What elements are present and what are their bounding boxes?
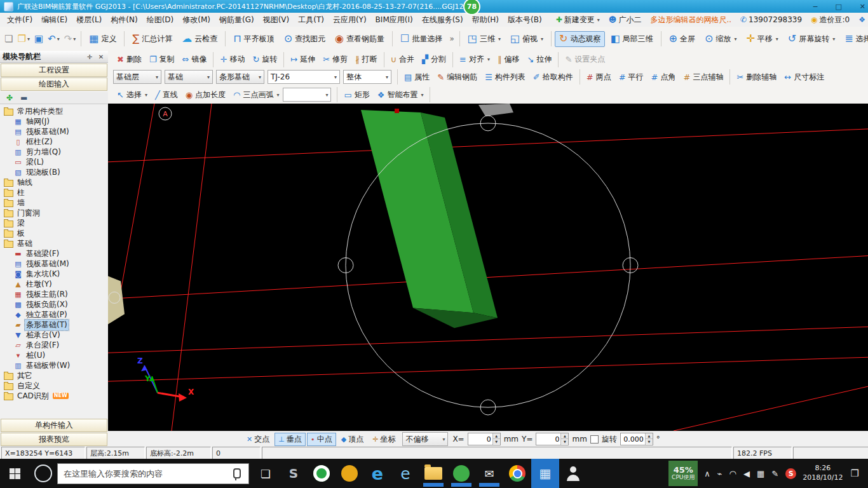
- split-button[interactable]: ▞分割: [418, 53, 450, 66]
- delete-auxaxis-button[interactable]: ✂删除辅轴: [733, 71, 780, 84]
- trim-button[interactable]: ✂修剪: [319, 53, 351, 66]
- y-offset-input[interactable]: [536, 435, 560, 444]
- add-component-icon[interactable]: ✤: [6, 93, 13, 102]
- tree-item[interactable]: ▧现浇板(B): [0, 167, 108, 177]
- cloud-check-button[interactable]: ☁云检查: [177, 31, 222, 47]
- dimension-button[interactable]: ↔尺寸标注: [780, 71, 828, 84]
- floor-select[interactable]: 基础层▾: [113, 70, 161, 84]
- taskbar-clock[interactable]: 8:26 2018/10/12: [803, 464, 843, 483]
- break-button[interactable]: ∦打断: [351, 53, 381, 66]
- menu-item[interactable]: 修改(M): [178, 13, 215, 27]
- file-explorer[interactable]: [419, 459, 447, 488]
- y-offset-stepper[interactable]: [536, 433, 569, 445]
- arc-options-combo[interactable]: ▾: [283, 88, 331, 102]
- wifi-icon[interactable]: ◠: [729, 469, 736, 478]
- select-tool-button[interactable]: ↖选择▾: [113, 88, 151, 102]
- task-view-button[interactable]: ❏: [252, 459, 280, 488]
- start-button[interactable]: [0, 459, 29, 488]
- component-list-button[interactable]: ☰构件列表: [481, 71, 529, 84]
- overflow-chevron-icon[interactable]: »: [449, 34, 454, 43]
- x-offset-stepper[interactable]: [468, 433, 501, 445]
- guangxiaoer-menu[interactable]: ☻广小二: [609, 15, 642, 25]
- tree-item[interactable]: ▼桩承台(V): [0, 330, 108, 340]
- microphone-icon[interactable]: [233, 468, 241, 478]
- select-floor-button[interactable]: ≣选择楼层: [840, 31, 868, 47]
- copy-button[interactable]: ❐复制: [146, 53, 179, 66]
- menu-item[interactable]: 版本号(B): [503, 13, 546, 27]
- hidden-icons-caret[interactable]: ∧: [704, 469, 710, 478]
- zaojiadou-item[interactable]: ◉造价豆:0: [811, 15, 850, 25]
- cortana-icon[interactable]: [34, 464, 52, 482]
- stepper-arrows-icon[interactable]: [492, 433, 500, 445]
- menu-item[interactable]: 编辑(E): [37, 13, 72, 27]
- menu-item[interactable]: 工具(T): [294, 13, 329, 27]
- menu-item[interactable]: 在线服务(S): [417, 13, 468, 27]
- align-slab-top-button[interactable]: ⊓平齐板顶: [229, 31, 278, 47]
- tree-item[interactable]: ▤筏板基础(M): [0, 259, 108, 269]
- open-folder-button[interactable]: ❐▾: [15, 32, 31, 46]
- point-length-button[interactable]: ◉点加长度: [182, 88, 229, 102]
- find-element-button[interactable]: ⊙查找图元: [280, 31, 330, 47]
- tree-item[interactable]: 其它: [0, 370, 108, 381]
- tree-item[interactable]: 常用构件类型: [0, 106, 108, 116]
- save-button[interactable]: ▣: [32, 32, 45, 46]
- stepper-arrows-icon[interactable]: [560, 433, 568, 445]
- tree-item[interactable]: CAD识别NEW: [0, 391, 108, 401]
- tree-item[interactable]: 柱: [0, 187, 108, 198]
- sogou-ime-icon[interactable]: S: [785, 468, 796, 479]
- pick-component-button[interactable]: ✐拾取构件: [529, 71, 577, 84]
- view-rebar-button[interactable]: ◉查看钢筋量: [330, 31, 389, 47]
- tree-item[interactable]: ▰条形基础(T): [0, 320, 108, 330]
- collapse-tree-icon[interactable]: ▬: [20, 93, 27, 102]
- parallel-button[interactable]: #平行: [615, 71, 648, 84]
- cpu-usage-badge[interactable]: 45% CPU使用: [668, 461, 698, 486]
- single-component-button[interactable]: 单构件输入: [1, 419, 107, 432]
- search-input[interactable]: [58, 469, 233, 478]
- x-offset-input[interactable]: [468, 435, 492, 444]
- screen-rotate-button[interactable]: ↺屏幕旋转▾: [783, 31, 839, 47]
- rotate-button[interactable]: ↻旋转: [248, 53, 281, 66]
- tree-item[interactable]: 板: [0, 228, 108, 238]
- tree-item[interactable]: ▤筏板基础(M): [0, 126, 108, 137]
- stretch-button[interactable]: ↘拉伸: [524, 53, 556, 66]
- close-panel-icon[interactable]: ✕: [97, 53, 105, 60]
- tree-item[interactable]: ▾桩(U): [0, 350, 108, 360]
- smart-layout-button[interactable]: ❖智能布置▾: [374, 88, 428, 102]
- menu-item[interactable]: 楼层(L): [72, 13, 106, 27]
- ie-browser[interactable]: e: [391, 459, 419, 488]
- tree-item[interactable]: 梁: [0, 218, 108, 228]
- tree-item[interactable]: ▬基础梁(F): [0, 248, 108, 259]
- tree-item[interactable]: 自定义: [0, 381, 108, 391]
- report-preview-button[interactable]: 报表预览: [1, 433, 107, 446]
- titlebar[interactable]: 广联达BIM钢筋算量软件 GGJ2013 - [C:\Users\Adminis…: [0, 0, 868, 13]
- volume-icon[interactable]: ◀: [743, 469, 750, 478]
- sogou-app[interactable]: S: [280, 459, 308, 488]
- define-button[interactable]: ▦定义: [85, 31, 121, 47]
- delete-button[interactable]: ✖删除: [113, 53, 146, 66]
- touch-keyboard-icon[interactable]: ▦: [757, 469, 764, 478]
- action-center-button[interactable]: ❒: [851, 468, 859, 479]
- coordinate-snap-toggle[interactable]: ✛坐标: [369, 433, 399, 446]
- maximize-button[interactable]: □: [835, 3, 841, 11]
- properties-button[interactable]: ▤属性: [400, 71, 433, 84]
- pan-button[interactable]: ✛平移▾: [742, 31, 782, 47]
- intersection-snap-toggle[interactable]: ✕交点: [243, 433, 273, 446]
- perpendicular-snap-toggle[interactable]: ⊥垂点: [275, 433, 306, 446]
- new-file-button[interactable]: ❏: [3, 32, 15, 46]
- tree-item[interactable]: 基础: [0, 238, 108, 248]
- angle-stepper[interactable]: [620, 433, 653, 445]
- close-button[interactable]: ✕: [860, 3, 865, 11]
- batch-select-button[interactable]: ☐批量选择: [396, 31, 447, 47]
- summary-calc-button[interactable]: ∑汇总计算: [128, 31, 177, 47]
- menu-item[interactable]: 构件(N): [106, 13, 142, 27]
- tree-item[interactable]: 墙: [0, 198, 108, 208]
- rotate-checkbox[interactable]: [590, 435, 599, 444]
- orbit-button[interactable]: ↻动态观察: [555, 31, 605, 47]
- category-select[interactable]: 基础▾: [165, 70, 213, 84]
- assistant-item[interactable]: ❖: [858, 15, 865, 24]
- zoom-button[interactable]: ⊙缩放▾: [700, 31, 741, 47]
- merge-button[interactable]: ∪合并: [387, 53, 419, 66]
- point-angle-button[interactable]: #点角: [648, 71, 680, 84]
- line-tool-button[interactable]: ╱直线: [151, 88, 182, 102]
- pin-icon[interactable]: ✛: [85, 53, 94, 60]
